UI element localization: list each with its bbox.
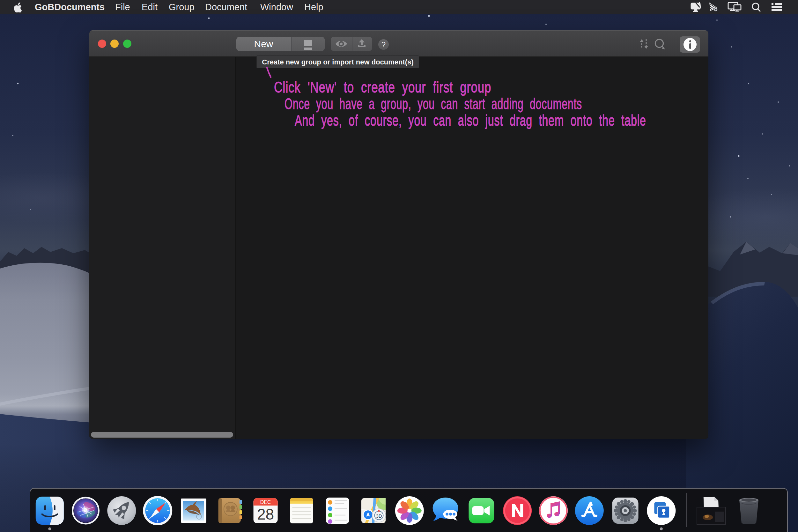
svg-text:DEC: DEC xyxy=(260,499,271,505)
svg-text:3D: 3D xyxy=(376,513,382,519)
svg-text:28: 28 xyxy=(257,506,274,523)
